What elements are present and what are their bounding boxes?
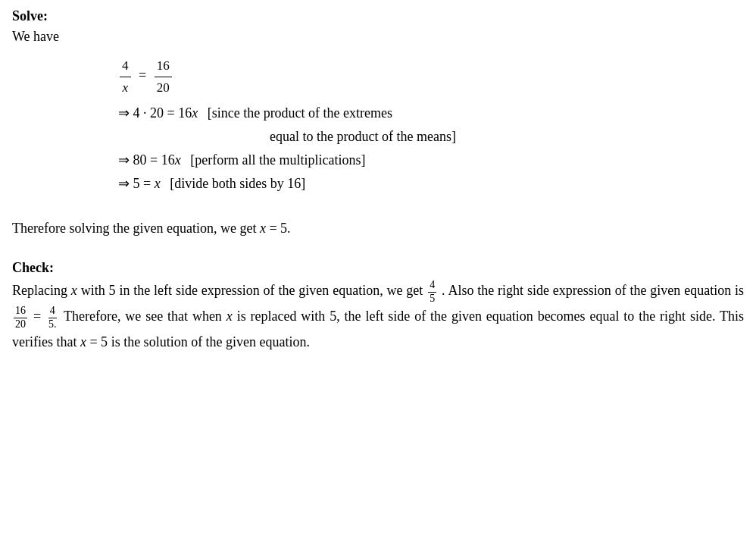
solve-heading: Solve: [12, 6, 744, 27]
fraction-4-x: 4 x [120, 56, 131, 97]
check-x-variable: x [71, 283, 81, 298]
implies-arrow-1: ⇒ 4 · 20 = 16x [118, 105, 198, 121]
equals-sign: = [139, 67, 146, 83]
implies-arrow-2: ⇒ 80 = 16x [118, 152, 181, 168]
implication-line-2: ⇒ 80 = 16x [perform all the multiplicati… [118, 150, 744, 171]
check-heading: Check: [12, 257, 744, 279]
check-text-6: is the solution of the given equation. [111, 334, 310, 349]
check-text-3: . Also the right side expression of the … [442, 283, 744, 298]
math-block: 4 x = 16 20 ⇒ 4 · 20 = 16x [since the pr… [118, 56, 744, 194]
therefore-section: Therefore solving the given equation, we… [12, 218, 744, 239]
check-fraction-4-5b: 4 5. [47, 305, 58, 331]
check-x-variable-2: x [226, 309, 237, 324]
bracket-text-2: [perform all the multiplications] [190, 152, 365, 168]
bracket-text-3: [divide both sides by 16] [170, 176, 305, 191]
implication-line-3: ⇒ 5 = x [divide both sides by 16] [118, 174, 744, 194]
check-x-equals-5: x [80, 334, 86, 349]
equation-line: 4 x = 16 20 [118, 56, 744, 97]
we-have-text: We have [12, 27, 744, 47]
continuation-line: equal to the product of the means] [118, 127, 744, 147]
check-fraction-16-20: 16 20 [14, 305, 27, 331]
check-equals: = [33, 309, 45, 324]
check-equals-5: = 5 [86, 334, 111, 349]
implication-line-1: ⇒ 4 · 20 = 16x [since the product of the… [118, 103, 744, 124]
check-label: Check: [12, 260, 54, 275]
check-section: Check: Replacing x with 5 in the left si… [12, 257, 744, 353]
fraction-denominator-x: x [120, 77, 130, 98]
check-fraction-4-5: 4 5 [428, 279, 436, 306]
implies-arrow-3: ⇒ 5 = x [118, 176, 161, 191]
fraction-16-20: 16 20 [155, 56, 172, 97]
check-text-4: Therefore, we see that when [64, 309, 222, 324]
therefore-text: Therefore solving the given equation, we… [12, 221, 256, 236]
check-body: Replacing x with 5 in the left side expr… [12, 279, 744, 353]
solve-label: Solve: [12, 8, 48, 24]
check-text-2: with 5 in the left side expression of th… [81, 283, 423, 298]
check-text-1: Replacing [12, 283, 67, 298]
x-equals-5: x = 5. [260, 221, 291, 236]
bracket-text-1: [since the product of the extremes [208, 105, 392, 121]
